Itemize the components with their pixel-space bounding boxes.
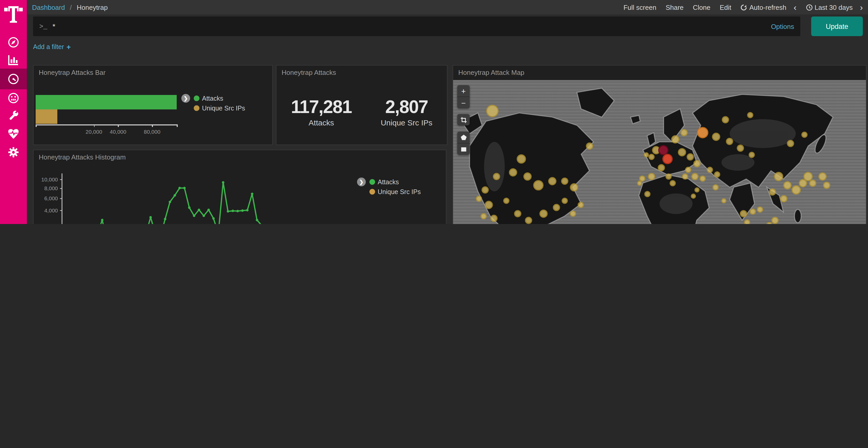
map-fit-control: [457, 114, 470, 126]
bar-Attacks: [36, 95, 177, 109]
attacks-bar-legend: ❯AttacksUnique Src IPs: [194, 94, 245, 113]
legend-item[interactable]: Attacks: [194, 94, 245, 103]
sidebar-item-dashboard[interactable]: [0, 69, 27, 89]
polygon-tool-button[interactable]: [457, 132, 470, 143]
breadcrumb-separator: /: [70, 3, 71, 11]
legend-dot: [194, 96, 199, 101]
map-zoom-controls: + −: [457, 85, 470, 108]
plus-icon: +: [67, 43, 71, 51]
attack-location-marker: [787, 140, 794, 147]
attack-map[interactable]: + −: [453, 80, 866, 224]
sidebar: [0, 0, 27, 224]
attack-location-marker: [740, 210, 747, 217]
dashboard-grid: Honeytrap Attacks Bar 20,00040,00080,000…: [27, 55, 868, 224]
edit-button[interactable]: Edit: [720, 3, 731, 11]
legend-label: Unique Src IPs: [202, 105, 245, 112]
attack-location-marker: [548, 177, 556, 185]
attack-location-marker: [503, 198, 509, 204]
sidebar-item-dev-tools[interactable]: [0, 106, 27, 127]
zoom-in-button[interactable]: +: [457, 85, 470, 97]
attack-location-marker: [748, 151, 754, 158]
breadcrumb-dashboard-link[interactable]: Dashboard: [32, 3, 65, 11]
x-tick-label: 20,000: [86, 129, 102, 135]
time-range-picker[interactable]: Last 30 days: [806, 3, 852, 11]
zoom-out-button[interactable]: −: [457, 97, 470, 108]
attacks-bar-chart: 20,00040,00080,000❯AttacksUnique Src IPs: [34, 66, 272, 144]
attack-location-marker: [561, 177, 568, 184]
query-text[interactable]: *: [53, 22, 771, 30]
x-tick: [94, 125, 95, 127]
full-screen-button[interactable]: Full screen: [623, 3, 656, 11]
x-tick: [36, 125, 36, 127]
attacks-histogram-legend: ❯AttacksUnique Src IPs: [369, 177, 421, 197]
gear-icon: [7, 146, 20, 159]
attack-location-marker: [774, 172, 783, 181]
metric-label: Unique Src IPs: [381, 118, 432, 127]
attack-location-marker: [509, 168, 517, 176]
sidebar-item-visualize[interactable]: [0, 49, 27, 70]
auto-refresh-button[interactable]: Auto-refresh: [741, 3, 786, 11]
rectangle-tool-button[interactable]: [457, 143, 470, 155]
legend-dot: [369, 179, 375, 185]
attack-location-marker: [682, 173, 688, 180]
attack-location-marker: [561, 198, 567, 204]
breadcrumb-current: Honeytrap: [77, 3, 108, 11]
t-mobile-logo[interactable]: [3, 3, 24, 24]
legend-item[interactable]: Attacks: [369, 177, 421, 187]
attack-location-marker: [792, 185, 801, 194]
svg-text:8,000: 8,000: [44, 185, 58, 191]
metric-label: Attacks: [291, 118, 351, 127]
x-tick-label: 40,000: [110, 129, 126, 135]
legend-label: Attacks: [378, 178, 399, 185]
attack-location-marker: [662, 154, 673, 164]
attack-location-marker: [680, 129, 687, 136]
legend-item[interactable]: Unique Src IPs: [369, 187, 421, 197]
attack-location-marker: [644, 191, 650, 197]
attack-location-marker: [533, 180, 543, 191]
panel-title[interactable]: Honeytrap Attacks Histogram: [39, 153, 126, 161]
sidebar-item-monitoring[interactable]: [0, 124, 27, 144]
legend-toggle-icon[interactable]: ❯: [181, 94, 190, 103]
gauge-icon: [7, 73, 20, 85]
time-back-button[interactable]: ‹: [794, 3, 797, 12]
share-button[interactable]: Share: [666, 3, 684, 11]
panel-title[interactable]: Honeytrap Attacks Bar: [39, 69, 106, 76]
add-filter-link[interactable]: Add a filter: [33, 43, 64, 50]
attack-location-marker: [586, 142, 593, 149]
x-tick: [118, 125, 119, 127]
clone-button[interactable]: Clone: [693, 3, 710, 11]
legend-item[interactable]: Unique Src IPs: [194, 103, 245, 113]
attack-location-marker: [721, 198, 726, 203]
wrench-icon: [7, 110, 20, 122]
options-link[interactable]: Options: [771, 23, 794, 30]
svg-text:2,000: 2,000: [44, 223, 58, 224]
refresh-icon: [741, 4, 747, 10]
attack-location-marker: [780, 195, 787, 202]
sidebar-item-management[interactable]: [0, 142, 27, 163]
bar-chart-icon: [7, 54, 20, 66]
legend-dot: [194, 105, 199, 111]
breadcrumb: Dashboard / Honeytrap: [32, 3, 108, 11]
attack-location-marker: [493, 173, 500, 180]
attack-location-marker: [671, 135, 679, 143]
search-input[interactable]: >_ * Options: [33, 16, 800, 36]
attack-location-marker: [570, 211, 576, 217]
update-button[interactable]: Update: [811, 16, 863, 36]
filter-bar: Add a filter +: [27, 39, 868, 56]
panel-title[interactable]: Honeytrap Attacks: [282, 69, 336, 76]
panel-attacks-metric: Honeytrap Attacks 117,281 Attacks 2,807 …: [276, 65, 447, 145]
legend-toggle-icon[interactable]: ❯: [357, 177, 366, 186]
metric-unique-src-ips: 2,807 Unique Src IPs: [381, 97, 432, 127]
attack-location-marker: [486, 105, 499, 117]
attack-location-marker: [726, 138, 733, 145]
time-forward-button[interactable]: ›: [860, 3, 863, 12]
crop-tool-button[interactable]: [457, 114, 470, 126]
sidebar-item-timelion[interactable]: [0, 88, 27, 108]
attack-location-marker: [517, 154, 526, 164]
attack-location-marker: [485, 201, 493, 209]
panel-title[interactable]: Honeytrap Attack Map: [458, 69, 524, 76]
top-nav: Dashboard / Honeytrap Full screen Share …: [27, 0, 868, 14]
attack-location-marker: [818, 172, 827, 181]
rectangle-icon: [460, 146, 467, 152]
panel-attacks-histogram: Honeytrap Attacks Histogram 02,0004,0006…: [33, 150, 446, 224]
